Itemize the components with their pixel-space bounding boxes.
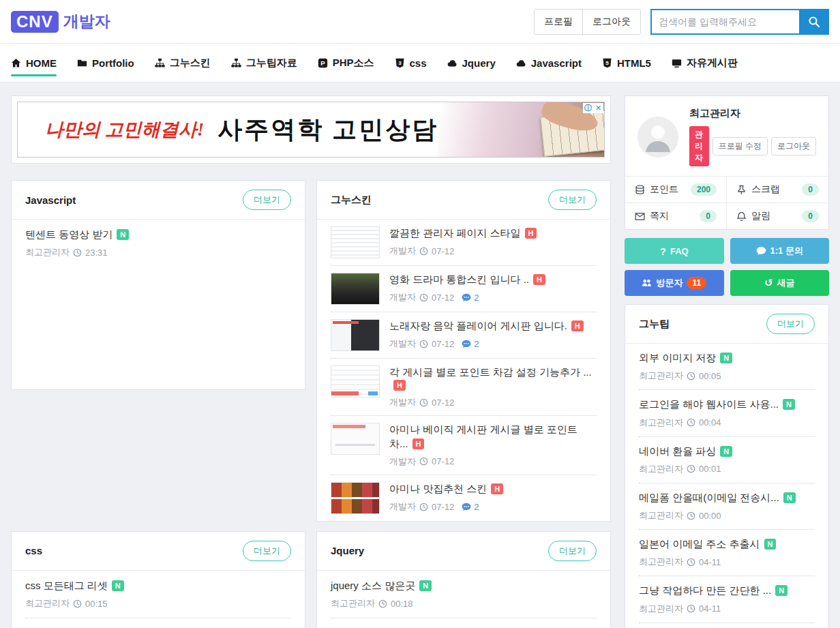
ad-banner[interactable]: 나만의 고민해결사! 사주역학 고민상담 사주천궁 ⓘ ✕: [17, 102, 605, 158]
profile-card: 최고관리자 관리자 프로필 수정 로그아웃 포인트 200: [625, 95, 829, 230]
list-item: 아미나 맛집추천 스킨H 개발자 07-12 2: [331, 475, 597, 521]
nav-item-gnuskin[interactable]: 그누스킨: [155, 44, 211, 82]
comment-count[interactable]: 2: [462, 339, 479, 349]
nav-label: Jquery: [462, 57, 496, 69]
board-header: Javascript 더보기: [12, 181, 305, 220]
search-input[interactable]: [650, 9, 799, 35]
logout-button[interactable]: 로그아웃: [582, 10, 640, 34]
stat-point[interactable]: 포인트 200: [625, 177, 727, 203]
post-time: 00:00: [699, 511, 721, 521]
post-thumbnail[interactable]: [331, 226, 380, 258]
nav-item-portfolio[interactable]: Portfolio: [77, 44, 134, 82]
nav-label: 그누팁자료: [246, 57, 297, 70]
comment-count[interactable]: 2: [462, 502, 479, 512]
post-time: 00:04: [699, 417, 721, 428]
post-thumbnail[interactable]: [331, 365, 380, 398]
site-logo[interactable]: CNV 개발자: [11, 11, 110, 33]
nav-item-css[interactable]: 3 css: [395, 44, 427, 82]
post-title[interactable]: css 모든태그 리셋: [25, 580, 108, 591]
post-title[interactable]: 각 게시글 별로 포인트 차감 설정 기능추가 ...: [389, 366, 592, 378]
nav-item-html5[interactable]: 5 HTML5: [602, 44, 651, 82]
post-meta: 최고관리자 04-11: [639, 603, 815, 615]
board-header: css 더보기: [12, 532, 305, 571]
post-title[interactable]: 메일폼 안올때(이메일 전송시...: [639, 492, 779, 503]
search-button[interactable]: [799, 9, 829, 35]
post-meta: 최고관리자 00:04: [639, 417, 815, 429]
post-author: 개발자: [389, 338, 416, 350]
post-thumbnail[interactable]: [331, 423, 380, 455]
board-list: css 모든태그 리셋N 최고관리자 00:15 CSS.. 좌 하단에 배너 …: [12, 571, 305, 628]
more-button[interactable]: 더보기: [548, 541, 597, 561]
nav-item-freeboard[interactable]: 자유게시판: [672, 44, 738, 82]
post-meta: 최고관리자 04-11: [639, 556, 815, 568]
post-title[interactable]: 텐센트 동영상 받기: [25, 228, 112, 240]
board-header: Jquery 더보기: [317, 532, 610, 571]
hot-badge: H: [533, 274, 545, 285]
php-icon: P: [318, 58, 328, 68]
post-title[interactable]: 아미나 맛집추천 스킨: [389, 483, 487, 494]
clock-icon: [687, 604, 695, 613]
list-item: CSS.. 좌 하단에 배너 위치시키기..N 최고관리자 00:15: [25, 618, 291, 628]
post-title[interactable]: 로그인을 해야 웹사이트 사용...: [639, 398, 779, 410]
nav-item-javascript[interactable]: Javascript: [516, 44, 582, 82]
post-title[interactable]: 노래자랑 음악 플레이어 게시판 입니다.: [389, 320, 567, 331]
list-item: 노래자랑 음악 플레이어 게시판 입니다.H 개발자 07-12 2: [331, 312, 597, 359]
logo-text: 개발자: [63, 11, 110, 32]
home-icon: [11, 58, 21, 68]
post-thumbnail[interactable]: [331, 273, 380, 305]
faq-button[interactable]: ? FAQ: [625, 238, 724, 264]
stat-alarm[interactable]: 알림 0: [727, 203, 828, 229]
list-item: 그냥 작업하다 만든 간단한 ...N 최고관리자 04-11: [639, 576, 815, 623]
edit-profile-button[interactable]: 프로필 수정: [712, 137, 768, 155]
post-thumbnail[interactable]: [331, 482, 380, 514]
post-author: 최고관리자: [25, 597, 70, 610]
inquiry-button[interactable]: 1:1 문의: [730, 238, 830, 264]
nav-item-php[interactable]: P PHP소스: [318, 44, 374, 82]
more-button[interactable]: 더보기: [243, 190, 291, 210]
main-column: 나만의 고민해결사! 사주역학 고민상담 사주천궁 ⓘ ✕: [11, 95, 611, 628]
clock-icon: [687, 511, 695, 520]
post-title[interactable]: 영화 드라마 통합스킨 입니다 ..: [389, 273, 529, 285]
post-time: 00:18: [391, 599, 413, 609]
svg-text:5: 5: [605, 60, 609, 66]
post-title[interactable]: 깔끔한 관리자 페이지 스타일: [389, 227, 521, 239]
logo-badge: CNV: [11, 11, 59, 33]
more-button[interactable]: 더보기: [548, 190, 597, 210]
sidebar-logout-button[interactable]: 로그아웃: [771, 137, 816, 155]
board-jquery: Jquery 더보기 jquery 소스 많은곳N 최고관리자 00:18: [316, 531, 611, 628]
post-author: 개발자: [389, 500, 416, 513]
post-title[interactable]: 네이버 환율 파싱: [639, 445, 716, 457]
new-badge: N: [783, 492, 796, 503]
post-title[interactable]: jquery 소스 많은곳: [331, 580, 415, 591]
mail-icon: [635, 211, 645, 222]
new-posts-button[interactable]: ↺ 새글: [730, 270, 830, 296]
post-title[interactable]: 외부 이미지 저장: [639, 352, 716, 363]
board-gnutip: 그누팁 더보기 외부 이미지 저장N 최고관리자 00:05 로그인을 해야 웹…: [625, 304, 829, 628]
new-badge: N: [117, 229, 129, 240]
nav-item-jquery[interactable]: Jquery: [447, 44, 496, 82]
stat-scrap[interactable]: 스크랩 0: [727, 177, 828, 203]
post-thumbnail[interactable]: [331, 319, 380, 351]
more-button[interactable]: 더보기: [766, 314, 815, 334]
cloud-icon: [447, 58, 457, 68]
post-title[interactable]: 그냥 작업하다 만든 간단한 ...: [639, 584, 771, 596]
nav-item-home[interactable]: HOME: [11, 44, 57, 82]
post-time: 00:15: [85, 599, 108, 609]
nav-item-gnutip[interactable]: 그누팁자료: [231, 44, 297, 82]
board-css: css 더보기 css 모든태그 리셋N 최고관리자 00:15: [11, 531, 305, 628]
visitors-button[interactable]: 방문자 11: [625, 270, 724, 296]
nav-label: 그누스킨: [170, 57, 211, 70]
comment-count[interactable]: 2: [462, 293, 479, 303]
ad-close-icon[interactable]: ✕: [593, 103, 603, 113]
more-button[interactable]: 더보기: [243, 541, 291, 561]
profile-button[interactable]: 프로필: [535, 10, 582, 34]
adchoices-info-icon[interactable]: ⓘ: [583, 103, 593, 113]
stat-message[interactable]: 쪽지 0: [625, 203, 727, 229]
nav-label: Portfolio: [92, 57, 134, 69]
new-badge: N: [720, 446, 732, 457]
hot-badge: H: [412, 438, 425, 449]
comment-icon: [462, 503, 471, 511]
post-title[interactable]: 일본어 이메일 주소 추출시: [639, 538, 760, 550]
post-meta: 최고관리자 00:15: [25, 597, 291, 610]
clock-icon: [419, 398, 428, 407]
